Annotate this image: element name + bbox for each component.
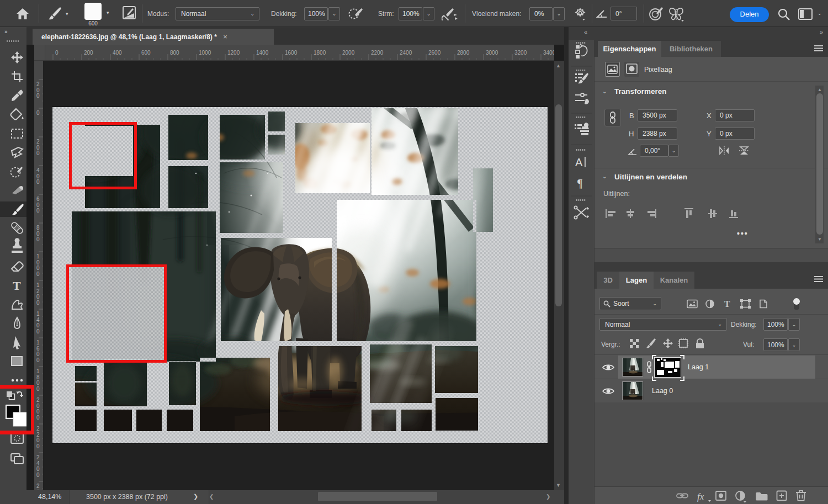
svg-text:0: 0 — [36, 150, 40, 156]
svg-text:A: A — [575, 156, 583, 168]
svg-text:2: 2 — [36, 81, 40, 87]
svg-text:2200: 2200 — [371, 50, 384, 56]
svg-text:0: 0 — [36, 231, 40, 237]
svg-text:2: 2 — [36, 432, 40, 438]
svg-text:0: 0 — [36, 208, 40, 214]
svg-text:0: 0 — [36, 380, 40, 386]
svg-text:3400: 3400 — [543, 50, 554, 56]
svg-text:4: 4 — [36, 167, 40, 173]
svg-text:0: 0 — [36, 443, 40, 449]
svg-text:0: 0 — [36, 202, 40, 208]
svg-text:1: 1 — [36, 253, 40, 259]
svg-text:1200: 1200 — [227, 50, 240, 56]
svg-text:2800: 2800 — [457, 50, 470, 56]
svg-text:¶: ¶ — [577, 177, 582, 189]
svg-text:0: 0 — [36, 472, 40, 478]
svg-text:0: 0 — [36, 294, 40, 300]
svg-text:0: 0 — [55, 50, 59, 56]
svg-text:0: 0 — [36, 271, 40, 277]
svg-text:»: » — [4, 29, 8, 35]
svg-text:0: 0 — [36, 437, 40, 443]
svg-text:1: 1 — [36, 368, 40, 374]
svg-text:8: 8 — [36, 374, 40, 380]
svg-text:2000: 2000 — [342, 50, 355, 56]
svg-text:1: 1 — [36, 339, 40, 346]
svg-text:0: 0 — [36, 265, 40, 271]
svg-text:0: 0 — [36, 87, 40, 93]
svg-text:0: 0 — [36, 466, 40, 472]
svg-text:1: 1 — [36, 311, 40, 317]
svg-text:0: 0 — [36, 110, 40, 116]
svg-text:8: 8 — [36, 225, 40, 231]
svg-text:0: 0 — [36, 415, 40, 421]
svg-text:4: 4 — [36, 317, 40, 323]
svg-text:0: 0 — [36, 173, 40, 179]
svg-text:800: 800 — [170, 50, 179, 56]
svg-text:2: 2 — [36, 139, 40, 145]
svg-text:600: 600 — [141, 50, 151, 56]
svg-text:2: 2 — [36, 288, 40, 294]
svg-text:0: 0 — [36, 328, 40, 335]
svg-text:2600: 2600 — [428, 50, 441, 56]
svg-text:6: 6 — [36, 346, 40, 352]
svg-text:2: 2 — [36, 426, 40, 432]
svg-text:0: 0 — [36, 322, 40, 328]
svg-text:3000: 3000 — [486, 50, 498, 56]
svg-text:T: T — [724, 299, 730, 309]
svg-text:T: T — [13, 279, 21, 293]
svg-text:4: 4 — [36, 460, 40, 466]
svg-text:2: 2 — [36, 483, 40, 489]
svg-text:1400: 1400 — [256, 50, 269, 56]
svg-text:0: 0 — [36, 357, 40, 363]
svg-text:1: 1 — [36, 282, 40, 288]
svg-text:1800: 1800 — [314, 50, 326, 56]
svg-text:3200: 3200 — [514, 50, 527, 56]
svg-text:2400: 2400 — [400, 50, 412, 56]
svg-text:0: 0 — [36, 408, 40, 415]
svg-text:1000: 1000 — [199, 50, 211, 56]
svg-text:0: 0 — [36, 351, 40, 357]
svg-text:0: 0 — [36, 236, 40, 242]
svg-text:0: 0 — [36, 93, 40, 99]
svg-text:0: 0 — [36, 403, 40, 409]
svg-text:0: 0 — [36, 300, 40, 306]
svg-text:400: 400 — [113, 50, 122, 56]
svg-text:1600: 1600 — [285, 50, 298, 56]
svg-text:0: 0 — [36, 145, 40, 151]
svg-text:0: 0 — [36, 259, 40, 266]
svg-text:0: 0 — [36, 179, 40, 185]
svg-text:6: 6 — [36, 196, 40, 202]
svg-text:fx: fx — [697, 491, 704, 502]
svg-text:2: 2 — [36, 454, 40, 460]
svg-text:0: 0 — [36, 386, 40, 392]
svg-text:200: 200 — [84, 50, 93, 56]
svg-text:2: 2 — [36, 397, 40, 403]
